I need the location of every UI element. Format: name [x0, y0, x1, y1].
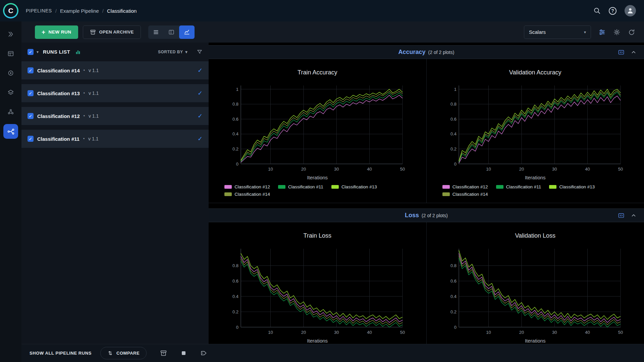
sidebar-item-applications[interactable] — [3, 105, 18, 119]
legend-swatch — [278, 185, 285, 189]
svg-text:30: 30 — [334, 330, 339, 335]
run-row-classification-13[interactable]: ✓ Classification #13 • v 1.1 ✓ — [21, 84, 209, 102]
open-archive-button[interactable]: OPEN ARCHIVE — [83, 25, 141, 39]
svg-text:0.6: 0.6 — [232, 279, 238, 284]
top-bar: C PIPELINES / Example Pipeline / Classif… — [0, 0, 644, 21]
run-name: Classification #13 — [37, 90, 80, 96]
help-icon[interactable]: ? — [609, 7, 616, 15]
sidebar-item-pipelines[interactable] — [3, 124, 18, 139]
legend-label: Classification #13 — [559, 184, 595, 189]
abort-stop-icon[interactable] — [180, 350, 187, 356]
view-mode-toggle — [148, 25, 195, 39]
svg-text:0.6: 0.6 — [232, 117, 238, 122]
sidebar-item-projects[interactable] — [3, 27, 18, 42]
svg-text:0.2: 0.2 — [450, 146, 457, 152]
svg-text:0: 0 — [454, 162, 457, 167]
sorted-by-control[interactable]: SORTED BY ▾ — [158, 50, 187, 54]
gear-icon[interactable] — [613, 28, 621, 36]
embed-plot-icon[interactable] — [618, 212, 625, 219]
validation-loss-plot[interactable]: 102030405000.20.40.60.8 — [445, 245, 626, 337]
legend-item[interactable]: Classification #11 — [278, 184, 323, 189]
tune-settings-icon[interactable] — [598, 28, 606, 36]
show-all-pipeline-runs-button[interactable]: SHOW ALL PIPELINE RUNS — [30, 351, 92, 356]
line-chart-icon — [183, 29, 190, 36]
layers-icon — [7, 89, 14, 96]
legend-item[interactable]: Classification #12 — [442, 184, 488, 189]
run-checkbox[interactable]: ✓ — [28, 136, 34, 142]
bullet-separator: • — [83, 136, 85, 141]
plot-legend: Classification #12Classification #11Clas… — [222, 184, 413, 197]
sorted-by-label: SORTED BY — [158, 50, 183, 54]
legend-item[interactable]: Classification #13 — [549, 184, 595, 189]
chart-title: Validation Loss — [515, 232, 555, 239]
filter-icon[interactable] — [197, 49, 203, 55]
run-selected-check-icon: ✓ — [198, 112, 203, 120]
metric-variant-select[interactable]: Scalars ▾ — [524, 25, 591, 39]
clearml-logo[interactable]: C — [3, 3, 18, 18]
breadcrumb-classification[interactable]: Classification — [107, 8, 137, 14]
table-icon — [7, 50, 14, 57]
sidebar-item-reports[interactable] — [3, 85, 18, 100]
runs-list: ✓ Classification #14 • v 1.1 ✓ ✓ Classif… — [21, 61, 209, 148]
svg-text:40: 40 — [367, 167, 372, 172]
runs-list-header: ✓ ▾ RUNS LIST SORTED BY ▾ — [21, 43, 209, 61]
svg-text:30: 30 — [552, 167, 557, 172]
logo-letter: C — [4, 4, 17, 17]
compare-button[interactable]: COMPARE — [100, 347, 147, 359]
split-view-icon — [168, 29, 175, 36]
search-icon[interactable] — [593, 7, 601, 14]
embed-plot-icon[interactable] — [618, 49, 625, 56]
charts-view-button[interactable] — [179, 25, 195, 39]
breadcrumb-pipelines[interactable]: PIPELINES — [26, 8, 52, 13]
breadcrumb-example-pipeline[interactable]: Example Pipeline — [60, 8, 99, 14]
svg-text:0.4: 0.4 — [232, 131, 238, 136]
run-checkbox[interactable]: ✓ — [28, 67, 34, 73]
new-run-button[interactable]: + NEW RUN — [35, 25, 78, 39]
collapse-chevron-up-icon[interactable] — [631, 213, 637, 219]
svg-text:0.2: 0.2 — [232, 146, 238, 152]
train-loss-plot[interactable]: 102030405000.20.40.60.8 — [227, 245, 408, 337]
split-view-button[interactable] — [164, 25, 179, 39]
run-row-classification-11[interactable]: ✓ Classification #11 • v 1.1 ✓ — [21, 130, 209, 148]
run-row-classification-12[interactable]: ✓ Classification #12 • v 1.1 ✓ — [21, 107, 209, 125]
legend-label: Classification #14 — [452, 192, 488, 197]
user-avatar[interactable] — [625, 5, 636, 16]
legend-swatch — [442, 192, 450, 196]
run-name: Classification #14 — [37, 68, 80, 73]
legend-label: Classification #11 — [288, 184, 323, 189]
collapse-chevron-up-icon[interactable] — [631, 49, 637, 55]
sidebar-item-models[interactable] — [3, 66, 18, 80]
plots-area: Accuracy(2 of 2 plots) Train Accuracy 1 — [209, 43, 644, 344]
select-menu-chevron-icon[interactable]: ▾ — [37, 50, 39, 54]
run-checkbox[interactable]: ✓ — [28, 113, 34, 119]
legend-item[interactable]: Classification #11 — [496, 184, 541, 189]
legend-item[interactable]: Classification #14 — [442, 192, 488, 197]
svg-text:50: 50 — [618, 167, 623, 172]
archive-icon[interactable] — [160, 350, 167, 357]
bullet-separator: • — [84, 68, 85, 73]
train-accuracy-plot[interactable]: 102030405000.20.40.60.81 — [227, 82, 408, 173]
legend-label: Classification #12 — [234, 184, 270, 189]
section-title-loss[interactable]: Loss — [405, 212, 419, 219]
run-version: v 1.1 — [89, 90, 99, 96]
toolbar-right-controls: Scalars ▾ — [524, 25, 635, 39]
table-view-button[interactable] — [148, 25, 164, 39]
svg-text:10: 10 — [268, 330, 273, 335]
sidebar-item-datasets[interactable] — [3, 46, 18, 61]
legend-item[interactable]: Classification #14 — [224, 192, 270, 197]
archive-icon — [90, 29, 96, 35]
svg-text:20: 20 — [301, 167, 306, 172]
validation-accuracy-plot[interactable]: 102030405000.20.40.60.81 — [445, 82, 626, 173]
select-all-checkbox[interactable]: ✓ — [28, 49, 34, 55]
legend-item[interactable]: Classification #12 — [224, 184, 270, 189]
bullet-separator: • — [84, 114, 85, 118]
equalizer-icon[interactable] — [75, 49, 81, 55]
legend-item[interactable]: Classification #13 — [331, 184, 377, 189]
tags-icon[interactable] — [200, 350, 207, 357]
run-row-classification-14[interactable]: ✓ Classification #14 • v 1.1 ✓ — [21, 61, 209, 79]
svg-text:30: 30 — [552, 330, 557, 335]
run-checkbox[interactable]: ✓ — [28, 90, 34, 96]
section-title-accuracy[interactable]: Accuracy — [398, 49, 426, 55]
refresh-icon[interactable] — [628, 28, 635, 36]
chart-panel-train-loss: Train Loss 102030405000.20.40.60.8 Itera… — [209, 222, 426, 344]
